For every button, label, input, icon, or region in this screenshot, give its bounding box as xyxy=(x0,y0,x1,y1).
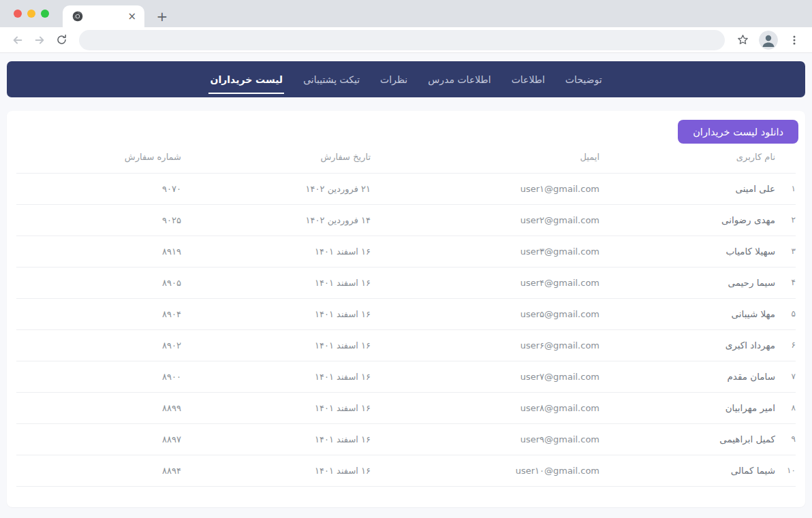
tab-close-icon[interactable]: × xyxy=(126,10,138,23)
cell-email: user۴@gmail.com xyxy=(371,268,599,299)
cell-order-date: ۱۶ اسفند ۱۴۰۱ xyxy=(181,236,371,268)
bookmark-star-icon[interactable] xyxy=(733,31,752,50)
row-index: ۶ xyxy=(775,330,796,361)
row-index: ۷ xyxy=(775,361,796,393)
cell-email: user۳@gmail.com xyxy=(371,236,599,268)
back-icon[interactable] xyxy=(8,31,27,50)
column-header-order-date: تاریخ سفارش xyxy=(181,144,371,174)
download-buyers-list-button[interactable]: دانلود لیست خریداران xyxy=(678,120,798,144)
cell-username: شیما کمالی xyxy=(599,455,775,487)
table-row: ۶ مهرداد اکبری user۶@gmail.com ۱۶ اسفند … xyxy=(16,330,796,361)
window-maximize-button[interactable] xyxy=(41,10,49,18)
cell-username: کمیل ابراهیمی xyxy=(599,424,775,455)
cell-username: امیر مهرابیان xyxy=(599,393,775,424)
row-index: ۱ xyxy=(775,174,796,205)
cell-order-number: ۸۸۹۴ xyxy=(16,455,181,487)
cell-order-number: ۸۹۱۹ xyxy=(16,236,181,268)
nav-tab[interactable]: لیست خریداران xyxy=(208,71,284,88)
column-header-email: ایمیل xyxy=(371,144,599,174)
table-row: ۸ امیر مهرابیان user۸@gmail.com ۱۶ اسفند… xyxy=(16,393,796,424)
cell-order-number: ۸۸۹۷ xyxy=(16,424,181,455)
nav-tab[interactable]: توضیحات xyxy=(564,71,604,88)
actions-row: دانلود لیست خریداران xyxy=(14,120,798,144)
cell-username: سیما رحیمی xyxy=(599,268,775,299)
table-header: نام کاربری ایمیل تاریخ سفارش شماره سفارش xyxy=(16,144,796,174)
forward-icon[interactable] xyxy=(30,31,49,50)
cell-order-date: ۱۶ اسفند ۱۴۰۱ xyxy=(181,268,371,299)
cell-order-number: ۹۰۷۰ xyxy=(16,174,181,205)
cell-email: user۵@gmail.com xyxy=(371,299,599,330)
cell-order-date: ۱۶ اسفند ۱۴۰۱ xyxy=(181,393,371,424)
cell-order-number: ۸۹۰۴ xyxy=(16,299,181,330)
cell-username: سهیلا کامیاب xyxy=(599,236,775,268)
cell-order-date: ۱۶ اسفند ۱۴۰۱ xyxy=(181,424,371,455)
cell-order-date: ۱۶ اسفند ۱۴۰۱ xyxy=(181,455,371,487)
cell-order-date: ۲۱ فروردین ۱۴۰۲ xyxy=(181,174,371,205)
cell-order-date: ۱۶ اسفند ۱۴۰۱ xyxy=(181,299,371,330)
cell-email: user۶@gmail.com xyxy=(371,330,599,361)
table-row: ۱۰ شیما کمالی user۱۰@gmail.com ۱۶ اسفند … xyxy=(16,455,796,487)
table-row: ۱ علی امینی user۱@gmail.com ۲۱ فروردین ۱… xyxy=(16,174,796,205)
cell-email: user۲@gmail.com xyxy=(371,205,599,236)
nav-tab[interactable]: نظرات xyxy=(379,71,409,88)
cell-email: user۹@gmail.com xyxy=(371,424,599,455)
buyers-table: نام کاربری ایمیل تاریخ سفارش شماره سفارش… xyxy=(16,144,796,487)
cell-username: مهدی رضوانی xyxy=(599,205,775,236)
table-row: ۴ سیما رحیمی user۴@gmail.com ۱۶ اسفند ۱۴… xyxy=(16,268,796,299)
window-minimize-button[interactable] xyxy=(27,10,35,18)
table-body: ۱ علی امینی user۱@gmail.com ۲۱ فروردین ۱… xyxy=(16,174,796,487)
cell-email: user۱۰@gmail.com xyxy=(371,455,599,487)
cell-order-number: ۸۸۹۹ xyxy=(16,393,181,424)
profile-avatar[interactable] xyxy=(759,31,778,50)
cell-order-number: ۸۹۰۵ xyxy=(16,268,181,299)
row-index: ۵ xyxy=(775,299,796,330)
table-row: ۲ مهدی رضوانی user۲@gmail.com ۱۴ فروردین… xyxy=(16,205,796,236)
cell-username: علی امینی xyxy=(599,174,775,205)
table-row: ۵ مهلا شیبانی user۵@gmail.com ۱۶ اسفند ۱… xyxy=(16,299,796,330)
cell-order-date: ۱۶ اسفند ۱۴۰۱ xyxy=(181,361,371,393)
cell-order-number: ۸۹۰۰ xyxy=(16,361,181,393)
cell-order-number: ۹۰۲۵ xyxy=(16,205,181,236)
row-index: ۸ xyxy=(775,393,796,424)
row-index: ۲ xyxy=(775,205,796,236)
cell-order-date: ۱۶ اسفند ۱۴۰۱ xyxy=(181,330,371,361)
browser-menu-icon[interactable] xyxy=(785,31,804,50)
refresh-icon[interactable] xyxy=(52,31,71,50)
browser-tab[interactable]: × xyxy=(63,5,144,27)
row-index: ۱۰ xyxy=(775,455,796,487)
nav-tab[interactable]: اطلاعات مدرس xyxy=(426,71,492,88)
table-row: ۷ سامان مقدم user۷@gmail.com ۱۶ اسفند ۱۴… xyxy=(16,361,796,393)
site-favicon-icon xyxy=(72,11,83,22)
new-tab-button[interactable]: + xyxy=(154,8,170,25)
table-row: ۹ کمیل ابراهیمی user۹@gmail.com ۱۶ اسفند… xyxy=(16,424,796,455)
nav-tab[interactable]: اطلاعات xyxy=(510,71,546,88)
browser-tab-strip: × + xyxy=(0,0,812,27)
buyers-list-panel: دانلود لیست خریداران نام کاربری ایمیل تا… xyxy=(7,111,805,507)
window-close-button[interactable] xyxy=(14,10,22,18)
table-row: ۳ سهیلا کامیاب user۳@gmail.com ۱۶ اسفند … xyxy=(16,236,796,268)
cell-username: سامان مقدم xyxy=(599,361,775,393)
window-controls xyxy=(14,10,49,18)
column-header-index xyxy=(775,144,796,174)
row-index: ۹ xyxy=(775,424,796,455)
cell-username: مهرداد اکبری xyxy=(599,330,775,361)
cell-email: user۸@gmail.com xyxy=(371,393,599,424)
browser-toolbar xyxy=(0,27,812,53)
cell-order-number: ۸۹۰۲ xyxy=(16,330,181,361)
row-index: ۴ xyxy=(775,268,796,299)
cell-email: user۷@gmail.com xyxy=(371,361,599,393)
column-header-order-number: شماره سفارش xyxy=(16,144,181,174)
cell-username: مهلا شیبانی xyxy=(599,299,775,330)
cell-email: user۱@gmail.com xyxy=(371,174,599,205)
row-index: ۳ xyxy=(775,236,796,268)
course-tabs-nav: توضیحات اطلاعات اطلاعات مدرس نظرات تیکت … xyxy=(7,61,805,97)
nav-tab[interactable]: تیکت پشتیبانی xyxy=(302,71,361,88)
cell-order-date: ۱۴ فروردین ۱۴۰۲ xyxy=(181,205,371,236)
url-input[interactable] xyxy=(79,30,725,50)
column-header-username: نام کاربری xyxy=(599,144,775,174)
